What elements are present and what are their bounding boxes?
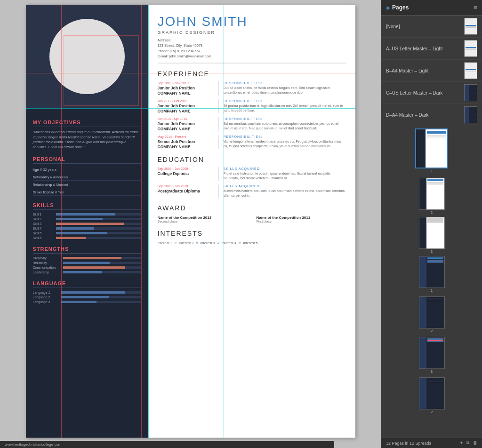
language-label: Language 2 <box>33 296 59 299</box>
contact-address: 123 Street, City, State 45678 <box>158 43 346 48</box>
skill-bar-bg <box>56 218 141 220</box>
thumb-group-dark-2[interactable]: 2 <box>384 296 480 333</box>
skill-label: Skill 4 <box>33 227 54 230</box>
thumb-number-dark-2: 2 <box>431 329 433 333</box>
thumb-item-3a[interactable]: 3 <box>419 217 445 254</box>
duplicate-page-icon[interactable]: ⧉ <box>466 440 469 446</box>
interest-separator: // <box>196 241 198 245</box>
strength-item: Communication <box>33 266 141 269</box>
experience-item: Jan 2011 - Oct 2013 Junior Job Position … <box>158 99 346 113</box>
page-thumb-dark-3[interactable] <box>419 337 445 369</box>
contact-phone: Phone: (+5) 0123 1234 567, <box>158 48 346 54</box>
experience-section-title: EXPERIENCE <box>158 70 346 78</box>
page-item-1[interactable]: A–US Letter Master – Light <box>381 38 482 60</box>
education-item: Sep 2006 - Jun 2009 College Diploma SKIL… <box>158 167 346 181</box>
page-thumb-3a[interactable] <box>419 217 445 249</box>
page-item-thumb <box>464 18 477 35</box>
page-item-2[interactable]: B–A4 Master – Light <box>381 60 482 82</box>
resume-job-title: GRAPHIC DESIGNER <box>158 30 346 35</box>
footer-url: www.heritagechristiancollege.com <box>5 442 62 447</box>
skill-bar-bg <box>56 237 141 239</box>
languages-list: Language 1 Language 2 Language 3 <box>33 291 141 304</box>
edu-degree: College Diploma <box>158 171 214 176</box>
award-place: First place <box>257 220 346 223</box>
url-bar: www.heritagechristiancollege.com <box>0 441 334 448</box>
pages-count: 12 Pages in 12 Spreads <box>386 441 431 446</box>
page-thumb-2a[interactable] <box>419 178 445 210</box>
exp-position: Junior Job Position <box>158 121 214 127</box>
award-place: Second place <box>158 220 247 223</box>
interest-item: Interest 4 <box>222 241 236 245</box>
interest-separator: // <box>217 241 219 245</box>
skill-item: Skill 3 <box>33 222 141 225</box>
add-page-icon[interactable]: + <box>460 440 463 446</box>
awards-list: Name of the Competition 2013 Second plac… <box>158 216 346 223</box>
sidebar-content: MY OBJECTIVES "Maecenas euismod rutrum a… <box>26 108 148 310</box>
resume-name: JOHN SMITH <box>158 14 346 29</box>
photo-area <box>26 5 148 108</box>
thumb-number-dark-3: 3 <box>431 369 433 374</box>
page-thumb-dark-1[interactable] <box>419 256 445 288</box>
skills-acq-text: At mei meis homero accusam, quas accumsa… <box>224 189 346 198</box>
objectives-text: "Maecenas euismod rutrum augue eu elemen… <box>33 130 141 150</box>
pages-list: [None]A–US Letter Master – LightB–A4 Mas… <box>381 16 482 126</box>
strength-label: Communication <box>33 266 61 269</box>
delete-page-icon[interactable]: 🗑 <box>473 440 477 446</box>
language-label: Language 1 <box>33 291 59 294</box>
strength-bar-fill <box>63 262 110 264</box>
interest-separator: // <box>239 241 241 245</box>
skill-bar-fill <box>56 218 103 220</box>
edu-date: Sep 2009 - Jun 2010 <box>158 184 214 188</box>
contact-address-label: Address: <box>158 38 346 43</box>
thumb-number-3: 3 <box>431 249 433 254</box>
skills-list: Skill 1 Skill 2 Skill 3 Skill 4 Skill 5 … <box>33 213 141 240</box>
resp-text: Est ea sensibus suavitate scriptorem, at… <box>224 121 346 131</box>
page-item-thumb <box>464 62 477 79</box>
personal-driver: Driver license // Yes <box>33 189 141 196</box>
edu-right: SKILLS ACQUIRED: Pro et sale instructor,… <box>219 167 346 181</box>
page-thumb-dark-2[interactable] <box>419 296 445 328</box>
strengths-list: Creativity Reliability Communication Lea… <box>33 256 141 274</box>
skill-label: Skill 5 <box>33 232 54 235</box>
strength-label: Reliability <box>33 261 61 264</box>
skill-item: Skill 6 <box>33 236 141 240</box>
objectives-title: MY OBJECTIVES <box>33 120 141 127</box>
thumb-group-dark-3[interactable]: 3 <box>384 337 480 374</box>
pages-panel-header: ◆ Pages ≡ <box>381 0 482 16</box>
strength-bar-bg <box>63 257 141 259</box>
skills-title: SKILLS <box>33 202 141 210</box>
thumb-group-1[interactable]: 1 <box>384 128 480 174</box>
personal-title: PERSONAL <box>33 156 141 164</box>
page-item-3[interactable]: C–US Letter Master – Dark <box>381 82 482 104</box>
skill-bar-fill <box>56 223 124 225</box>
skill-label: Skill 6 <box>33 236 54 240</box>
resume-document: MY OBJECTIVES "Maecenas euismod rutrum a… <box>26 5 355 438</box>
thumb-number-2: 2 <box>431 210 433 215</box>
pages-scroll[interactable]: [None]A–US Letter Master – LightB–A4 Mas… <box>381 16 482 438</box>
exp-company: COMPANY NAME <box>158 91 214 96</box>
skill-bar-bg <box>56 232 141 234</box>
page-item-thumb <box>464 40 477 57</box>
language-item: Language 3 <box>33 300 141 304</box>
personal-relationship: Relationship // Married <box>33 182 141 188</box>
page-thumb-last[interactable] <box>419 377 445 409</box>
thumb-group-dark-1[interactable]: 1 <box>384 256 480 293</box>
pages-menu-icon[interactable]: ≡ <box>474 4 477 11</box>
skill-label: Skill 1 <box>33 213 54 216</box>
page-item-0[interactable]: [None] <box>381 16 482 38</box>
skill-bar-fill <box>56 237 86 239</box>
language-item: Language 2 <box>33 296 141 299</box>
strength-item: Reliability <box>33 261 141 264</box>
exp-right: RESPONSIBILITIES: Duo ut ullum animal, t… <box>219 81 346 96</box>
exp-position: Senior Job Position <box>158 139 214 144</box>
education-section-title: EDUCATION <box>158 156 346 163</box>
edu-date: Sep 2006 - Jun 2009 <box>158 167 214 170</box>
page-item-thumb <box>464 106 477 123</box>
thumb-item-2a[interactable]: 2 <box>419 178 445 215</box>
thumb-group-last[interactable]: 2 <box>384 377 480 414</box>
page-item-label: C–US Letter Master – Dark <box>386 90 462 96</box>
language-bar-fill <box>61 291 125 294</box>
education-item: Sep 2009 - Jun 2010 Postgraduate Diploma… <box>158 184 346 198</box>
page-thumb-1[interactable] <box>415 128 448 168</box>
page-item-4[interactable]: D–A4 Master – Dark <box>381 104 482 126</box>
